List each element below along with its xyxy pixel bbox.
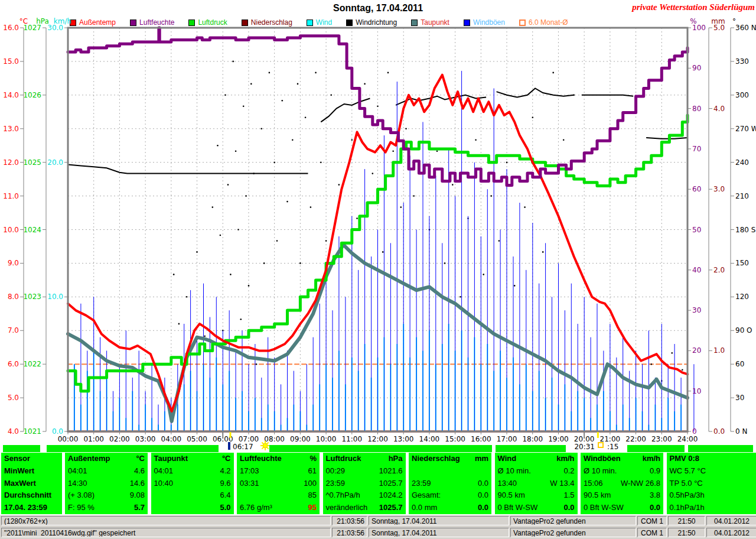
axis-label: 1024: [23, 226, 41, 234]
table-cell-label: 6.76 g/m³: [240, 502, 272, 514]
table-row: LuftdruckhPa: [323, 453, 406, 465]
axis-label: 1026: [23, 91, 41, 99]
table-cell-label: Windböen: [584, 453, 621, 465]
series-windrichtung: [497, 89, 574, 98]
table-cell-label: Luftdruck: [326, 453, 361, 465]
table-cell-value: 61: [308, 465, 317, 478]
status-cell: 04.01.2012: [706, 528, 756, 537]
table-cell-value: 0.0: [478, 489, 488, 502]
table-cell-label: Wind: [498, 453, 517, 465]
axis-label: 17:00: [497, 435, 517, 443]
axis-label: °C: [19, 17, 28, 25]
table-column-wind: Windkm/hØ 10 min.0.213:40W 13.490.5 km1.…: [495, 453, 578, 514]
table-row: Taupunkt°C: [151, 453, 234, 465]
table-cell-value: %: [309, 453, 317, 465]
table-row: 0.0 mm0.0: [409, 502, 491, 514]
table-cell-label: Ø 10 min.: [584, 465, 617, 478]
table-row: 23:591025.7: [323, 478, 406, 490]
table-row: Windkm/h: [495, 453, 578, 465]
table-cell-label: 10:40: [154, 478, 174, 490]
table-cell-label: MinWert: [4, 465, 34, 478]
table-column-sensor: SensorMinWertMaxWertDurchschnitt17.04. 2…: [1, 453, 62, 514]
axis-label: 210: [735, 192, 749, 200]
axis-label: 4.0: [8, 427, 19, 436]
axis-label: km/h: [54, 17, 71, 25]
table-column-windböen: Windböenkm/hØ 10 min.0.915:06W-NW 26.890…: [581, 453, 663, 514]
table-row: Windböenkm/h: [581, 453, 663, 465]
table-row: 0 Bft W-SW0.0: [581, 502, 663, 514]
axis-label: °: [732, 17, 736, 25]
status-cell: 21:03:56: [332, 516, 367, 525]
axis-label: 270 W: [735, 125, 756, 133]
six-oclock-tick: [222, 431, 223, 439]
status-bar-row: "2011\mini_20110416wdg.gif" gespeichert2…: [0, 527, 756, 539]
table-cell-value: °C: [136, 453, 145, 465]
axis-label: 8.0: [8, 293, 19, 301]
table-column-außentemp: Außentemp°C04:014.614:3014.6(+ 3.08)9.08…: [65, 453, 148, 514]
table-cell-label: 0.0 mm: [412, 502, 437, 514]
table-cell-value: 0.9: [650, 465, 660, 478]
axis-label: 50: [692, 226, 701, 234]
axis-label: 150: [735, 259, 749, 267]
table-cell-label: 17:03: [240, 465, 259, 478]
axis-label: 10: [692, 387, 701, 395]
weather-app-window: Sonntag, 17.04.2011 private Wetterstatio…: [0, 0, 756, 539]
table-cell-label: Ø 10 min.: [498, 465, 531, 478]
axis-label: 90 O: [735, 326, 752, 335]
table-cell-label: 0 Bft W-SW: [498, 502, 538, 514]
table-row: Ø 10 min.0.9: [581, 465, 663, 478]
table-cell-value: 4.6: [134, 465, 145, 478]
axis-label: 02:00: [109, 435, 130, 443]
axis-label: 2.0: [713, 266, 725, 274]
axis-label: 330: [735, 57, 749, 66]
table-row: PMV 0:8: [667, 453, 756, 465]
table-cell-label: 0.1hPa/1h: [670, 502, 705, 514]
table-cell-value: 0.0: [478, 502, 488, 514]
table-row: 14:3014.6: [65, 478, 148, 490]
table-row: 15:06W-NW 26.8: [581, 478, 663, 490]
axis-label: 6.0: [8, 360, 19, 368]
axis-label: 12:00: [367, 435, 388, 443]
table-column-luftdruck: LuftdruckhPa00:291021.623:591025.7^0.7hP…: [323, 453, 406, 514]
series-windrichtung: [321, 99, 370, 122]
table-row: 0.1hPa/1h: [667, 502, 756, 514]
table-row: Niederschlagmm: [409, 453, 491, 465]
data-strip-segment: [269, 445, 492, 452]
axis-label: 0.0: [713, 427, 725, 436]
table-cell-value: W-NW 26.8: [621, 478, 660, 490]
table-row: 04:014.6: [65, 465, 148, 478]
table-cell-value: km/h: [643, 453, 660, 465]
table-row: (+ 3.08)9.08: [65, 489, 148, 502]
table-cell-label: TP 5.0 °C: [670, 478, 703, 490]
table-cell-value: 1025.7: [379, 502, 403, 514]
axis-label: 09:00: [290, 435, 311, 443]
table-row: ^0.7hPa/h1024.2: [323, 489, 406, 502]
axis-label: hPa: [36, 17, 49, 25]
series-windrichtung: [646, 138, 687, 139]
table-cell-label: WC 5.7 °C: [670, 465, 706, 478]
sunrise-axis-tick: [229, 432, 231, 438]
axis-label: 30: [735, 394, 744, 402]
weather-chart: 16.015.014.013.012.011.010.09.08.07.06.0…: [0, 0, 756, 453]
table-cell-value: 5.7: [134, 502, 145, 514]
axis-label: 0 N: [735, 427, 747, 436]
axis-label: 70: [692, 145, 701, 153]
axis-label: 03:00: [135, 435, 156, 443]
axis-label: 21:00: [600, 435, 621, 443]
table-cell-value: hPa: [389, 453, 403, 465]
table-cell-value: 1.5: [563, 489, 574, 502]
data-strip-segment: [688, 445, 753, 452]
table-cell-label: 23:59: [326, 478, 346, 490]
axis-label: 0.0: [52, 427, 63, 436]
table-cell-label: MaxWert: [4, 478, 36, 490]
status-cell: (1280x762+x): [1, 516, 331, 525]
axis-label: 1022: [23, 360, 41, 368]
data-strip-segment: [496, 445, 566, 452]
table-row: 17.04. 23:59: [1, 502, 62, 514]
table-row: veränderlich1025.7: [323, 502, 406, 514]
status-cell: Sonntag, 17.04.2011: [369, 516, 509, 525]
axis-label: 1021: [23, 427, 41, 436]
table-row: 10:409.6: [151, 478, 234, 490]
axis-label: 08:00: [264, 435, 285, 443]
table-row: 0 Bft W-SW0.0: [495, 502, 578, 514]
